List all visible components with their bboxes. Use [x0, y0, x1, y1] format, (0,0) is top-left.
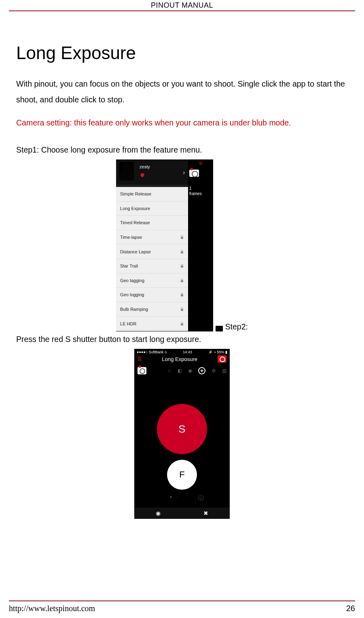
- heart-icon: [140, 172, 145, 178]
- tool-icon-1[interactable]: ⎍: [167, 368, 171, 374]
- page-title: Long Exposure: [16, 43, 348, 63]
- add-icon[interactable]: +: [198, 367, 205, 374]
- avatar: [119, 162, 134, 180]
- record-icon[interactable]: ◉: [156, 510, 161, 516]
- menu-item-star-trail[interactable]: Star Trail: [116, 259, 188, 274]
- menu-item-distance-lapse[interactable]: Distance Lapse: [116, 244, 188, 259]
- shutter-button[interactable]: S: [157, 404, 207, 454]
- menu-item-label: Geo logging: [120, 292, 144, 297]
- page-dots: • ·: [170, 494, 180, 500]
- menu-item-label: LE HDR: [120, 321, 136, 326]
- shutter-button-label: S: [178, 423, 185, 435]
- tools-icon[interactable]: ✖: [203, 510, 208, 516]
- lock-icon: [180, 278, 184, 283]
- tool-icon-2[interactable]: ◧: [177, 368, 182, 374]
- menu-item-bulb-ramping[interactable]: Bulb Ramping: [116, 302, 188, 317]
- menu-item-time-lapse[interactable]: Time-lapse: [116, 230, 188, 245]
- camera-device-icon[interactable]: [138, 367, 146, 374]
- focus-button[interactable]: F: [167, 460, 197, 490]
- intro-paragraph: With pinout, you can focus on the object…: [16, 76, 348, 108]
- hamburger-icon[interactable]: ≡: [189, 161, 212, 166]
- footer-url[interactable]: http://www.letspinout.com: [9, 604, 95, 613]
- lock-icon: [180, 292, 184, 297]
- menu-item-long-exposure[interactable]: Long Exposure: [116, 202, 188, 216]
- lock-icon: [180, 321, 184, 326]
- menu-item-label: Bulb Ramping: [120, 307, 148, 312]
- tool-icon-4[interactable]: ⚙: [211, 368, 216, 374]
- menu-item-timed-release[interactable]: Timed Release: [116, 216, 188, 230]
- screen-title: Long Exposure: [162, 356, 197, 362]
- menu-item-label: Time-lapse: [120, 235, 142, 240]
- profile-name: zesty: [140, 164, 150, 169]
- camera-setting-notice: Camera setting: this feature only works …: [16, 115, 348, 131]
- step2-text: Press the red S shutter button to start …: [16, 331, 348, 347]
- status-battery: ⚡ ⌁ 55% ▮: [208, 350, 227, 354]
- lock-icon: [180, 307, 184, 312]
- page-number: 26: [346, 604, 355, 613]
- screenshot-feature-menu: ≡ 1 frames zesty: [116, 159, 213, 331]
- status-carrier: ●●●●○ SoftBank ⎋: [137, 350, 167, 354]
- menu-item-label: Distance Lapse: [120, 249, 151, 254]
- lock-icon: [180, 249, 184, 254]
- screenshot-long-exposure: ●●●●○ SoftBank ⎋ 14:43 ⚡ ⌁ 55% ▮ ≡ Long …: [134, 349, 230, 519]
- menu-item-geo-logging[interactable]: Geo logging: [116, 288, 188, 302]
- lock-icon: [180, 235, 184, 240]
- camera-icon[interactable]: [189, 170, 199, 177]
- frames-label: frames: [189, 191, 202, 196]
- step1-text: Step1: Choose long exposure from the fea…: [16, 142, 348, 158]
- doc-header: PINOUT MANUAL: [9, 0, 355, 11]
- chevron-right-icon[interactable]: ›: [183, 169, 185, 176]
- mini-icon: [216, 326, 223, 331]
- tool-icon-5[interactable]: ▥: [222, 368, 226, 374]
- focus-button-label: F: [179, 469, 184, 480]
- hamburger-icon[interactable]: ≡: [138, 357, 142, 361]
- menu-item-label: Timed Release: [120, 220, 150, 225]
- step2-label: Step2:: [225, 322, 248, 331]
- menu-item-simple-release[interactable]: Simple Release: [116, 187, 188, 202]
- menu-item-label: Long Exposure: [120, 206, 150, 211]
- tool-icon-3[interactable]: ◉: [188, 368, 193, 374]
- lock-icon: [180, 263, 184, 268]
- info-icon[interactable]: ⓘ: [198, 495, 204, 502]
- menu-item-label: Simple Release: [120, 191, 151, 196]
- menu-item-label: Geo tagging: [120, 278, 144, 283]
- menu-item-label: Star Trail: [120, 263, 138, 268]
- camera-icon[interactable]: [218, 355, 226, 363]
- doc-header-title: PINOUT MANUAL: [151, 1, 213, 9]
- menu-item-le-hdr[interactable]: LE HDR: [116, 316, 188, 331]
- status-time: 14:43: [183, 350, 192, 354]
- menu-item-geo-tagging[interactable]: Geo tagging: [116, 274, 188, 288]
- frames-count: 1: [189, 186, 192, 191]
